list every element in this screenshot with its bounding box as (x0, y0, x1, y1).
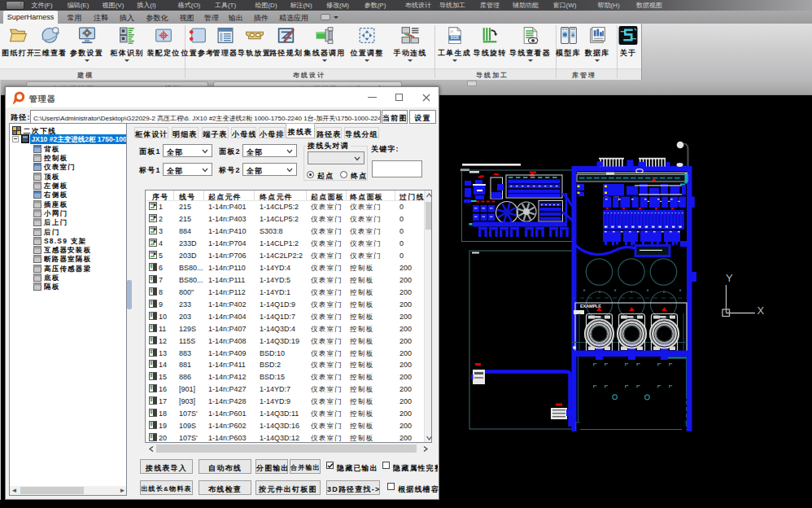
svg-text:EXAMPLE: EXAMPLE (580, 304, 601, 309)
svg-text:X: X (757, 304, 765, 317)
svg-text:DOS: DOS (450, 37, 458, 41)
svg-text:Y: Y (726, 272, 733, 284)
